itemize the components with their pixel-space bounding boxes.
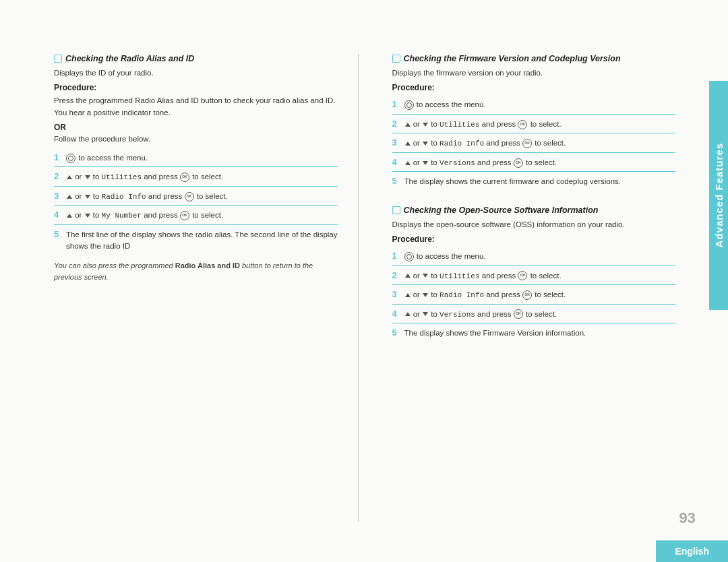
step-content: to access the menu. <box>404 251 676 262</box>
step-num: 2 <box>392 117 400 131</box>
advanced-features-tab: Advanced Features <box>709 81 728 310</box>
step-num: 4 <box>392 307 400 321</box>
step-content: to access the menu. <box>66 152 338 164</box>
steps-list-firmware: 1 to access the menu. 2 or to Utilities … <box>392 95 676 191</box>
step-content: or to Radio Info and press to select. <box>404 137 676 150</box>
step-num: 3 <box>392 288 400 301</box>
step-num: 3 <box>54 189 62 203</box>
step-item: 5 The display shows the current firmware… <box>392 172 676 191</box>
step-content: or to Utilities and press to select. <box>404 119 676 131</box>
arrow-up-icon <box>405 142 411 146</box>
section-desc: Displays the firmware version on your ra… <box>392 67 676 79</box>
step-item: 5 The display shows the Firmware Version… <box>392 323 676 342</box>
left-column: Checking the Radio Alias and ID Displays… <box>54 54 359 522</box>
step-item: 3 or to Radio Info and press to select. <box>54 187 338 206</box>
step-content: or to Utilities and press to select. <box>404 270 676 282</box>
steps-list-left: 1 to access the menu. 2 or to Utilities … <box>54 148 338 255</box>
step-content: The display shows the current firmware a… <box>404 176 676 187</box>
arrow-down-icon <box>423 293 428 297</box>
arrow-up-icon <box>405 274 411 278</box>
section-title-text: Checking the Open-Source Software Inform… <box>404 206 599 215</box>
section-oss-title: Checking the Open-Source Software Inform… <box>392 206 676 215</box>
step-content: or to Radio Info and press to select. <box>66 191 338 203</box>
sidebar-tab-label: Advanced Features <box>713 143 725 247</box>
step-num: 5 <box>392 326 400 340</box>
ok-button-icon <box>180 173 189 182</box>
step-num: 2 <box>392 269 400 282</box>
follow-text: Follow the procedure below. <box>54 135 338 143</box>
arrow-down-icon <box>85 214 90 218</box>
section-title-text: Checking the Radio Alias and ID <box>65 54 194 63</box>
step-num: 5 <box>54 228 62 241</box>
procedure-label: Procedure: <box>392 235 676 244</box>
step-content: or to Versions and press to select. <box>404 157 676 169</box>
step-item: 5 The first line of the display shows th… <box>54 225 338 255</box>
spacer <box>392 196 676 206</box>
step-content: The display shows the Firmware Version i… <box>404 327 676 339</box>
step-num: 5 <box>392 175 400 188</box>
step-num: 3 <box>392 136 400 150</box>
step-item: 2 or to Utilities and press to select. <box>392 115 676 134</box>
arrow-down-icon <box>85 195 90 199</box>
arrow-down-icon <box>423 142 428 146</box>
step-item: 1 to access the menu. <box>392 247 676 266</box>
menu-button-icon <box>66 154 75 163</box>
page: Advanced Features Checking the Radio Ali… <box>0 0 728 562</box>
step-item: 2 or to Utilities and press to select. <box>392 266 676 286</box>
ok-button-icon <box>514 309 523 319</box>
english-badge: English <box>656 540 728 562</box>
step-item: 3 or to Radio Info and press to select. <box>392 285 676 305</box>
ok-button-icon <box>185 192 194 201</box>
arrow-down-icon <box>423 312 428 316</box>
arrow-up-icon <box>67 195 72 199</box>
procedure-text: Press the programmed Radio Alias and ID … <box>54 95 338 119</box>
step-content: or to My Number and press to select. <box>66 210 338 222</box>
arrow-up-icon <box>67 175 72 179</box>
step-content: to access the menu. <box>404 99 676 111</box>
page-number: 93 <box>679 509 696 527</box>
procedure-label: Procedure: <box>392 83 676 92</box>
ok-button-icon <box>518 120 527 129</box>
step-item: 3 or to Radio Info and press to select. <box>392 133 676 153</box>
section-icon <box>54 55 62 63</box>
step-item: 1 to access the menu. <box>54 148 338 168</box>
steps-list-oss: 1 to access the menu. 2 or to Utilities … <box>392 247 676 342</box>
or-label: OR <box>54 123 338 132</box>
step-item: 1 to access the menu. <box>392 95 676 115</box>
arrow-down-icon <box>423 161 428 165</box>
arrow-up-icon <box>405 312 411 316</box>
step-num: 1 <box>392 98 400 111</box>
ok-button-icon <box>180 211 189 220</box>
section-icon <box>392 55 400 63</box>
step-num: 2 <box>54 170 62 183</box>
section-desc: Displays the open-source software (OSS) … <box>392 219 676 230</box>
step-num: 1 <box>392 249 400 263</box>
arrow-down-icon <box>423 274 428 278</box>
menu-button-icon <box>404 252 414 261</box>
main-content: Checking the Radio Alias and ID Displays… <box>0 0 728 562</box>
step-content: or to Radio Info and press to select. <box>404 289 676 301</box>
section-icon <box>392 206 400 214</box>
step-content: or to Utilities and press to select. <box>66 171 338 183</box>
step-num: 1 <box>54 151 62 164</box>
step-content: or to Versions and press to select. <box>404 309 676 321</box>
ok-button-icon <box>514 158 523 168</box>
ok-button-icon <box>522 139 532 148</box>
step-num: 4 <box>392 156 400 169</box>
section-desc: Displays the ID of your radio. <box>54 67 338 79</box>
section-radio-alias-title: Checking the Radio Alias and ID <box>54 54 338 63</box>
arrow-up-icon <box>405 293 411 297</box>
arrow-down-icon <box>423 123 428 127</box>
step-content: The first line of the display shows the … <box>66 229 338 253</box>
section-title-text: Checking the Firmware Version and Codepl… <box>404 54 621 63</box>
note-text: You can also press the programmed Radio … <box>54 260 338 282</box>
ok-button-icon <box>518 271 527 280</box>
right-column: Checking the Firmware Version and Codepl… <box>386 54 676 522</box>
arrow-up-icon <box>405 123 411 127</box>
arrow-up-icon <box>405 161 411 165</box>
section-firmware-title: Checking the Firmware Version and Codepl… <box>392 54 676 63</box>
step-item: 4 or to Versions and press to select. <box>392 153 676 173</box>
step-item: 4 or to My Number and press to select. <box>54 206 338 225</box>
step-item: 4 or to Versions and press to select. <box>392 305 676 324</box>
step-num: 4 <box>54 208 62 222</box>
